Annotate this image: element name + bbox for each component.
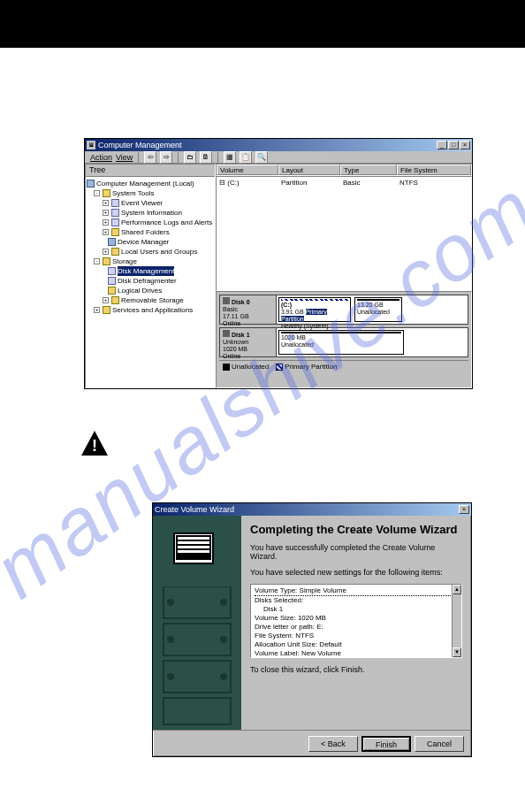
disk-row[interactable]: Disk 1 Unknown 1020 MB Online 1020 MB Un… (219, 327, 468, 357)
toolbar-divider (217, 152, 218, 163)
wizard-graphic-panel (153, 516, 241, 730)
tree-system-info[interactable]: +System Information (87, 208, 214, 218)
scroll-up-icon[interactable]: ▲ (453, 585, 461, 594)
page-header-bar (0, 0, 525, 48)
tree-perf-logs[interactable]: +Performance Logs and Alerts (87, 218, 214, 227)
device-icon (108, 238, 116, 246)
summary-line: Disks Selected: (255, 596, 458, 605)
wizard-success-text: You have successfully completed the Crea… (250, 543, 462, 561)
tree-root[interactable]: Computer Management (Local) (87, 179, 214, 188)
svg-point-15 (167, 673, 174, 680)
toolbar-icon[interactable]: 🗀 (184, 151, 196, 164)
minimize-button[interactable]: _ (437, 141, 447, 149)
back-button[interactable]: < Back (308, 736, 358, 752)
wizard-summary-listbox[interactable]: Volume Type: Simple Volume Disks Selecte… (250, 584, 462, 658)
expand-icon[interactable]: + (103, 297, 109, 303)
info-icon (111, 209, 119, 217)
volume-name: ⊟ (C:) (217, 177, 278, 290)
legend-swatch (223, 364, 230, 371)
summary-line: Disk 1 (255, 605, 458, 614)
wizard-content-panel: Completing the Create Volume Wizard You … (241, 516, 471, 730)
folder-icon (103, 257, 110, 265)
tree-storage[interactable]: -Storage (87, 257, 214, 266)
tree-disk-defrag[interactable]: Disk Defragmenter (87, 276, 214, 286)
legend: Unallocated Primary Partition (219, 360, 468, 372)
disk-icon (223, 330, 230, 337)
scrollbar[interactable]: ▲ ▼ (452, 585, 461, 657)
tree-local-users[interactable]: +Local Users and Groups (87, 247, 214, 257)
partition-stripe (281, 332, 401, 333)
titlebar[interactable]: Create Volume Wizard × (153, 503, 471, 516)
svg-point-12 (167, 636, 174, 643)
expand-icon[interactable]: + (103, 229, 109, 235)
disk-icon (223, 297, 230, 304)
scroll-down-icon[interactable]: ▼ (453, 647, 461, 657)
perf-icon (111, 218, 119, 226)
column-type[interactable]: Type (340, 165, 397, 175)
expand-icon[interactable]: + (103, 249, 109, 255)
forward-icon[interactable]: ⇨ (160, 151, 172, 164)
toolbar-icon[interactable]: 🔍 (255, 151, 268, 164)
expand-icon[interactable]: + (103, 200, 109, 206)
summary-line: Volume Type: Simple Volume (255, 586, 458, 596)
svg-rect-5 (178, 541, 209, 544)
column-layout[interactable]: Layout (278, 165, 340, 175)
column-volume[interactable]: Volume (217, 165, 278, 175)
volume-layout: Partition (278, 177, 340, 290)
wizard-heading: Completing the Create Volume Wizard (250, 523, 462, 536)
tree-services[interactable]: +Services and Applications (87, 305, 214, 315)
drives-icon (108, 287, 116, 295)
disk-row[interactable]: Disk 0 Basic 17.11 GB Online (C:) 3.91 G… (219, 295, 468, 325)
create-volume-wizard-window: Create Volume Wizard × (152, 502, 472, 757)
svg-point-9 (167, 599, 174, 606)
titlebar[interactable]: 🖥 Computer Management _ □ × (85, 139, 472, 151)
tree-disk-management[interactable]: Disk Management (87, 266, 214, 276)
maximize-button[interactable]: □ (448, 141, 459, 149)
menu-action[interactable]: Action (90, 153, 112, 162)
tree-pane: Tree Computer Management (Local) -System… (85, 164, 216, 388)
menu-view[interactable]: View (116, 153, 133, 162)
summary-line: File System: NTFS (255, 632, 458, 640)
tree-logical-drives[interactable]: Logical Drives (87, 286, 214, 295)
book-icon (172, 526, 218, 569)
tree-event-viewer[interactable]: +Event Viewer (87, 198, 214, 208)
wizard-summary-intro: You have selected new settings for the f… (250, 568, 462, 577)
summary-line: Volume Size: 1020 MB (255, 614, 458, 623)
warning-icon: ! (80, 430, 109, 460)
expand-icon[interactable]: + (103, 210, 109, 216)
close-button[interactable]: × (460, 141, 470, 149)
event-viewer-icon (111, 199, 119, 207)
collapse-icon[interactable]: - (94, 258, 100, 264)
partition-c[interactable]: (C:) 3.91 GB Primary Partition Healthy (… (278, 297, 351, 322)
expand-icon[interactable]: + (94, 307, 100, 313)
removable-icon (111, 296, 119, 304)
tree-device-manager[interactable]: Device Manager (87, 237, 214, 247)
close-button[interactable]: × (459, 505, 469, 514)
back-icon[interactable]: ⇦ (144, 151, 156, 164)
tree-content: Computer Management (Local) -System Tool… (86, 177, 215, 387)
toolbar-icon[interactable]: 📋 (240, 151, 252, 164)
partition-unallocated[interactable]: 1020 MB Unallocated (278, 330, 404, 355)
expand-icon[interactable]: + (103, 219, 109, 226)
toolbar-icon[interactable]: 🗎 (200, 151, 212, 164)
volume-list[interactable]: ⊟ (C:) Partition Basic NTFS (216, 176, 472, 291)
tree-shared-folders[interactable]: +Shared Folders (87, 227, 214, 237)
finish-button[interactable]: Finish (361, 736, 411, 752)
toolbar-icon[interactable]: ▦ (224, 151, 236, 164)
legend-swatch (276, 364, 283, 371)
services-icon (103, 306, 110, 314)
svg-rect-4 (178, 537, 209, 540)
disk-info: Disk 0 Basic 17.11 GB Online (220, 295, 277, 324)
svg-point-10 (220, 599, 227, 606)
tree-system-tools[interactable]: -System Tools (87, 188, 214, 198)
tree-removable[interactable]: +Removable Storage (87, 295, 214, 305)
computer-management-window: 🖥 Computer Management _ □ × Action View … (84, 138, 473, 389)
server-rack-graphic (160, 586, 234, 728)
computer-icon (87, 180, 95, 188)
disk-graphical-view: Disk 0 Basic 17.11 GB Online (C:) 3.91 G… (216, 291, 472, 388)
tree-tab[interactable]: Tree (86, 165, 215, 177)
collapse-icon[interactable]: - (94, 190, 100, 196)
column-filesystem[interactable]: File System (397, 165, 471, 175)
cancel-button[interactable]: Cancel (415, 736, 464, 752)
partition-unallocated[interactable]: 13.20 GB Unallocated (354, 297, 402, 322)
